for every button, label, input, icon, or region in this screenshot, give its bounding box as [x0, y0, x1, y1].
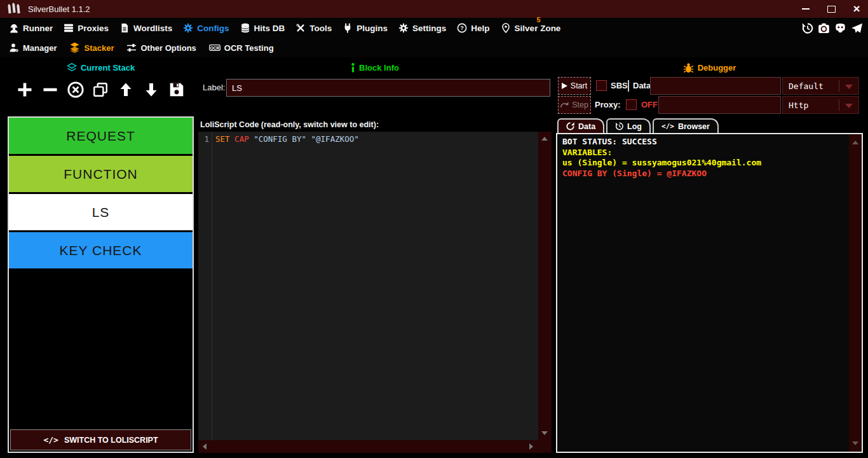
menu-item-label: Runner — [23, 24, 53, 33]
chevron-down-icon — [845, 85, 853, 89]
remove-block-button[interactable] — [41, 80, 60, 99]
current-stack-title: Current Stack — [81, 63, 135, 73]
svg-text:OCR: OCR — [210, 46, 220, 50]
block-info-title: Block Info — [359, 63, 399, 73]
wordlist-type-dropdown[interactable]: Default — [782, 77, 859, 95]
code-token-string1: "CONFIG BY" — [254, 134, 311, 144]
tab-label: Log — [627, 122, 642, 131]
menu-item-help[interactable]: ? Help — [457, 23, 489, 33]
move-down-button[interactable] — [142, 80, 161, 99]
main-menubar: Runner Proxies Wordlists Configs Hits DB… — [0, 18, 868, 38]
stack-block-request[interactable]: REQUEST — [9, 118, 193, 154]
stack-block-ls[interactable]: LS — [9, 194, 193, 230]
stack-toolbar — [8, 75, 194, 104]
loliscript-code-editor[interactable]: 1 SET CAP "CONFIG BY" "@IFAZKOO" — [198, 132, 552, 453]
wordlist-type-value: Default — [783, 81, 824, 91]
scroll-up-arrow-icon[interactable] — [852, 141, 858, 144]
sbs-label: SBS — [611, 77, 628, 95]
editor-horizontal-scrollbar[interactable] — [198, 440, 552, 453]
menu-item-label: Tools — [309, 24, 332, 33]
editor-vertical-scrollbar[interactable] — [538, 132, 552, 440]
scroll-left-arrow-icon[interactable] — [203, 443, 207, 450]
save-config-button[interactable] — [167, 80, 186, 99]
menu-item-tools[interactable]: Tools — [295, 23, 332, 33]
silver-zone-badge: 5 — [536, 16, 540, 24]
manager-icon — [9, 43, 19, 53]
switch-to-loliscript-button[interactable]: </> SWITCH TO LOLISCRIPT — [10, 429, 191, 450]
code-brackets-icon: </> — [43, 435, 58, 445]
code-token-set: SET — [215, 134, 234, 144]
menu-item-hits-db[interactable]: Hits DB — [240, 23, 285, 33]
maximize-button[interactable] — [826, 4, 836, 14]
menu-item-settings[interactable]: Settings — [398, 23, 446, 33]
scroll-down-arrow-icon[interactable] — [541, 431, 548, 435]
step-arrow-icon — [560, 101, 569, 109]
proxy-type-dropdown[interactable]: Http — [782, 96, 859, 114]
svg-text:?: ? — [461, 25, 465, 31]
discord-button[interactable] — [834, 22, 846, 34]
menu-item-configs[interactable]: Configs — [183, 23, 229, 33]
menu-item-silver-zone[interactable]: 5 Silver Zone — [501, 23, 561, 33]
menu-item-proxies[interactable]: Proxies — [64, 23, 109, 33]
tab-data[interactable]: Data — [557, 118, 604, 133]
screenshot-button[interactable] — [818, 22, 830, 34]
line-number: 1 — [198, 134, 209, 144]
minimize-button[interactable] — [801, 4, 811, 14]
tab-browser[interactable]: </> Browser — [653, 118, 719, 133]
step-button-label: Step — [572, 101, 588, 109]
submenu-item-other-options[interactable]: Other Options — [126, 43, 196, 53]
output-vertical-scrollbar[interactable] — [849, 134, 862, 452]
start-button[interactable]: Start — [558, 77, 591, 95]
ocr-icon: OCR — [209, 43, 220, 53]
scroll-down-arrow-icon[interactable] — [852, 441, 858, 445]
history-button[interactable] — [801, 22, 813, 34]
controls-divider — [628, 80, 629, 92]
menu-item-runner[interactable]: Runner — [9, 23, 53, 33]
tab-log[interactable]: Log — [606, 118, 651, 133]
telegram-button[interactable] — [851, 22, 863, 34]
debug-output-lines: BOT STATUS: SUCCESS VARIABLES: us (Singl… — [557, 134, 862, 181]
code-line: SET CAP "CONFIG BY" "@IFAZKOO" — [215, 134, 359, 144]
tools-icon — [295, 23, 306, 33]
sbs-checkbox[interactable] — [596, 80, 607, 91]
code-token-cap: CAP — [234, 134, 254, 144]
dropdown-divider — [839, 99, 839, 111]
info-icon — [351, 63, 355, 73]
block-label-input[interactable] — [226, 79, 550, 97]
submenu-item-ocr-testing[interactable]: OCR OCR Testing — [209, 43, 274, 53]
proxy-caption: Proxy: — [595, 96, 620, 114]
menu-item-label: Proxies — [78, 24, 109, 33]
menu-item-plugins[interactable]: Plugins — [342, 23, 388, 33]
menu-item-label: Wordlists — [133, 24, 172, 33]
disable-block-button[interactable] — [66, 80, 85, 99]
menu-item-wordlists[interactable]: Wordlists — [119, 23, 172, 33]
help-icon: ? — [457, 23, 467, 33]
app-window: SilverBullet 1.1.2 × Runner Proxies Word… — [0, 0, 868, 458]
close-button[interactable]: × — [851, 4, 862, 14]
add-block-button[interactable] — [15, 80, 34, 99]
stack-block-function[interactable]: FUNCTION — [9, 156, 193, 192]
move-up-button[interactable] — [116, 80, 135, 99]
output-line-bot-status: BOT STATUS: SUCCESS — [562, 137, 857, 148]
submenu-item-stacker[interactable]: Stacker — [69, 42, 114, 53]
bug-icon — [683, 62, 694, 73]
proxy-checkbox[interactable] — [626, 99, 637, 110]
debug-data-input[interactable] — [650, 77, 781, 95]
scroll-up-arrow-icon[interactable] — [541, 137, 548, 141]
step-button[interactable]: Step — [558, 96, 591, 114]
wordlists-icon — [119, 23, 130, 33]
silverbullet-logo-icon — [6, 3, 23, 15]
clone-block-button[interactable] — [91, 80, 110, 99]
titlebar: SilverBullet 1.1.2 × — [0, 0, 868, 18]
switch-button-label: SWITCH TO LOLISCRIPT — [64, 436, 158, 445]
window-title: SilverBullet 1.1.2 — [28, 4, 90, 14]
tab-label: Data — [578, 122, 595, 131]
runner-icon — [9, 23, 19, 33]
submenu-item-manager[interactable]: Manager — [9, 43, 57, 53]
current-stack-header: Current Stack — [8, 61, 194, 74]
stack-block-label: LS — [92, 205, 110, 220]
scroll-right-arrow-icon[interactable] — [529, 443, 533, 450]
stack-block-key-check[interactable]: KEY CHECK — [9, 232, 193, 268]
debug-proxy-input[interactable] — [658, 96, 781, 114]
start-button-label: Start — [571, 81, 587, 90]
